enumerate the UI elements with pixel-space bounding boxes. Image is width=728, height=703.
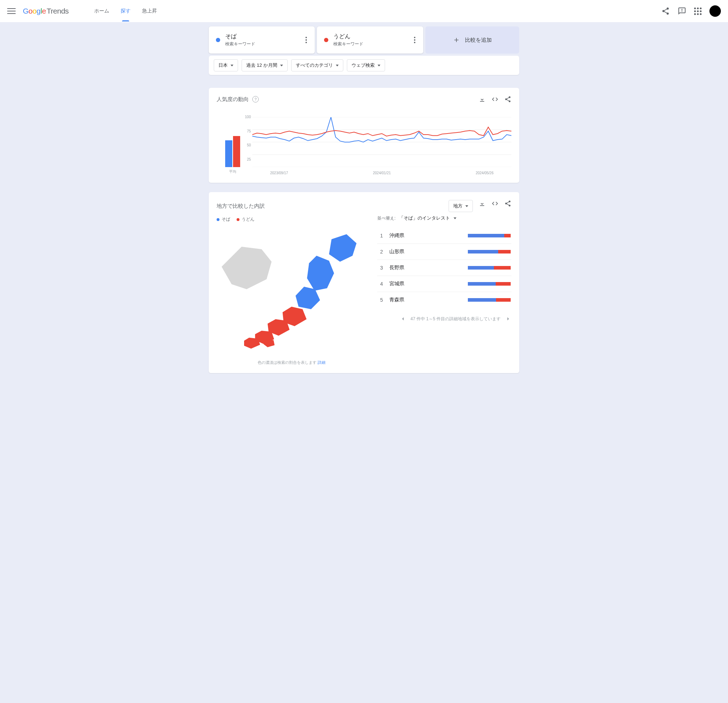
filter-search-type[interactable]: ウェブ検索: [347, 59, 385, 71]
download-icon[interactable]: [478, 200, 486, 207]
region-panel: 地方で比較した内訳 地方 そば うどん: [209, 192, 519, 373]
region-list: 1 沖縄県 2 山形県 3 長野県 4 宮城県 5 青森県: [377, 228, 511, 308]
term-more-icon[interactable]: [303, 36, 310, 43]
rank-number: 5: [378, 297, 383, 303]
sort-label: 並べ替え:: [377, 215, 396, 221]
ratio-bar: [468, 234, 511, 237]
japan-map[interactable]: [217, 232, 367, 352]
nav-home[interactable]: ホーム: [94, 1, 110, 22]
map-note-link[interactable]: 詳細: [318, 360, 325, 365]
list-pager: 47 件中 1～5 件目の詳細地域を表示しています: [377, 315, 511, 322]
rank-number: 4: [378, 281, 383, 287]
menu-icon[interactable]: [7, 7, 16, 15]
apps-icon[interactable]: [694, 7, 702, 15]
region-name: 山形県: [389, 249, 429, 255]
region-name: 長野県: [389, 265, 429, 271]
chevron-down-icon: [280, 65, 283, 67]
map-legend: そば うどん: [217, 216, 367, 223]
chevron-right-icon[interactable]: [505, 315, 511, 322]
chevron-down-icon: [465, 205, 468, 207]
rank-number: 1: [378, 233, 383, 239]
nav-explore[interactable]: 探す: [120, 1, 131, 22]
region-name: 青森県: [389, 297, 429, 303]
term-subtitle: 検索キーワード: [225, 41, 298, 47]
panel-title: 地方で比較した内訳: [217, 203, 265, 210]
chevron-left-icon[interactable]: [400, 315, 406, 322]
term-title: うどん: [333, 33, 406, 41]
ratio-bar: [468, 266, 511, 269]
region-row[interactable]: 5 青森県: [377, 292, 511, 308]
help-icon[interactable]: ?: [252, 96, 259, 103]
filter-bar: 日本 過去 12 か月間 すべてのカテゴリ ウェブ検索: [209, 56, 519, 75]
sort-select[interactable]: 「そば」のインタレスト: [399, 215, 456, 221]
chevron-down-icon: [336, 65, 339, 67]
download-icon[interactable]: [478, 96, 486, 103]
add-compare-label: 比較を追加: [465, 37, 492, 43]
account-avatar[interactable]: [709, 5, 721, 17]
term-subtitle: 検索キーワード: [333, 41, 406, 47]
region-row[interactable]: 3 長野県: [377, 260, 511, 276]
line-chart: 100 75 50 25 2023/09/17 2024/01/21 2024/…: [252, 117, 511, 175]
region-row[interactable]: 2 山形県: [377, 244, 511, 260]
panel-title: 人気度の動向: [217, 96, 249, 103]
ratio-bar: [468, 282, 511, 286]
share-icon[interactable]: [504, 96, 511, 103]
chevron-down-icon: [378, 65, 380, 67]
term-card-1[interactable]: そば 検索キーワード: [209, 26, 315, 54]
ratio-bar: [468, 298, 511, 302]
add-compare-button[interactable]: 比較を追加: [425, 26, 519, 54]
filter-geo[interactable]: 日本: [214, 59, 238, 71]
term-color-dot: [216, 38, 220, 42]
region-row[interactable]: 4 宮城県: [377, 276, 511, 292]
term-title: そば: [225, 33, 298, 41]
plus-icon: [453, 36, 460, 43]
ratio-bar: [468, 250, 511, 253]
region-row[interactable]: 1 沖縄県: [377, 228, 511, 244]
feedback-icon[interactable]: [678, 7, 686, 15]
interest-over-time-panel: 人気度の動向 ? 平均 100 75 50 25: [209, 88, 519, 183]
region-scope-select[interactable]: 地方: [449, 200, 473, 212]
share-icon[interactable]: [504, 200, 511, 207]
rank-number: 2: [378, 249, 383, 255]
filter-category[interactable]: すべてのカテゴリ: [291, 59, 343, 71]
app-header: Google Trends ホーム 探す 急上昇: [0, 0, 728, 22]
term-card-2[interactable]: うどん 検索キーワード: [317, 26, 423, 54]
compare-terms-row: そば 検索キーワード うどん 検索キーワード 比較を追加: [209, 26, 519, 54]
share-icon[interactable]: [661, 7, 670, 15]
google-trends-logo[interactable]: Google Trends: [23, 7, 68, 15]
region-name: 宮城県: [389, 281, 429, 287]
embed-icon[interactable]: [491, 200, 498, 207]
region-name: 沖縄県: [389, 233, 429, 239]
chevron-down-icon: [231, 65, 233, 67]
map-note: 色の濃淡は検索の割合を表します 詳細: [217, 360, 367, 365]
term-color-dot: [324, 38, 328, 42]
term-more-icon[interactable]: [411, 36, 418, 43]
header-actions: [661, 5, 721, 17]
nav-rising[interactable]: 急上昇: [141, 1, 158, 22]
main-nav: ホーム 探す 急上昇: [94, 1, 158, 22]
rank-number: 3: [378, 265, 383, 270]
filter-time[interactable]: 過去 12 か月間: [241, 59, 287, 71]
chevron-down-icon: [454, 217, 456, 219]
embed-icon[interactable]: [491, 96, 498, 103]
